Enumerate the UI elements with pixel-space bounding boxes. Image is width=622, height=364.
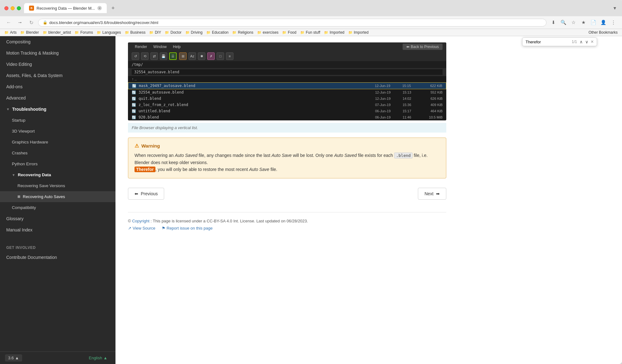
sidebar-item-compositing[interactable]: Compositing [0, 36, 115, 47]
find-count: 1/1 [572, 40, 577, 44]
fb-back-to-previous-button[interactable]: ⬅ Back to Previous [403, 44, 443, 50]
fb-file-row-4[interactable]: 🔄 untitled.blend 06-Jun-19 15:17 464 KiB [128, 108, 446, 114]
find-next-button[interactable]: ∨ [585, 39, 588, 44]
collapse-toggle-recovering-data[interactable]: ▼ [12, 173, 15, 177]
fb-file-row-highlighted[interactable]: 🔄 mask_29497_autosave.blend 12-Jun-19 15… [128, 82, 446, 89]
view-source-icon: ↗ [128, 226, 131, 231]
address-bar[interactable]: 🔒 docs.blender.org/manual/en/3.6/trouble… [38, 19, 546, 27]
fb-menu-render[interactable]: Render [132, 44, 150, 50]
fb-tool-filter-1[interactable]: Az [189, 52, 196, 60]
fb-tool-filter-5[interactable]: ≡ [226, 52, 233, 60]
sidebar-item-troubleshooting[interactable]: ▼ Troubleshooting [0, 104, 115, 115]
next-button[interactable]: Next ➡ [418, 188, 446, 200]
bookmark-languages[interactable]: 📁Languages [97, 30, 121, 35]
fb-tool-grid-view[interactable]: ⊞ [179, 52, 187, 60]
bookmark-star-icon[interactable]: ★ [579, 18, 588, 27]
download-icon[interactable]: ⬇ [549, 18, 558, 27]
sidebar-item-compatibility[interactable]: Compatibility [0, 202, 115, 213]
fb-size-0: 622 KiB [420, 84, 442, 88]
auto-saved-italic-1: Auto Saved [175, 153, 197, 158]
find-close-button[interactable]: × [591, 39, 594, 45]
version-selector[interactable]: 3.6 ▲ [5, 354, 22, 362]
fb-file-row-3[interactable]: 🔄 z_loc_from_z_rot.blend 07-Jun-19 15:36… [128, 102, 446, 108]
bookmark-imported[interactable]: 📁Imported [324, 30, 344, 35]
sidebar-item-recovering-data[interactable]: ▼ Recovering Data [0, 169, 115, 180]
fb-filename-4: untitled.blend [139, 109, 373, 113]
bookmark-fun-stuff[interactable]: 📁Fun stuff [300, 30, 320, 35]
bookmark-blender[interactable]: 📁Blender [20, 30, 39, 35]
sidebar-item-video-editing[interactable]: Video Editing [0, 59, 115, 70]
fb-tool-filter-4[interactable]: □ [217, 52, 224, 60]
fb-tool-filter-2[interactable]: ✱ [198, 52, 205, 60]
fb-menu-help[interactable]: Help [170, 44, 184, 50]
reading-view-icon[interactable]: 📄 [589, 18, 598, 27]
window-controls[interactable]: ▼ [613, 6, 618, 11]
warning-text: When recovering an Auto Saved file, any … [135, 152, 440, 173]
bookmark-diy[interactable]: 📁DIY [149, 30, 161, 35]
sidebar-item-manual-index[interactable]: Manual Index [0, 224, 115, 235]
forward-button[interactable]: → [16, 18, 24, 27]
collapse-toggle-troubleshooting[interactable]: ▼ [6, 107, 10, 111]
bookmark-forums[interactable]: 📁Forums [75, 30, 93, 35]
copyright-link[interactable]: Copyright [132, 219, 149, 223]
fb-tool-rotate[interactable]: ↺ [132, 52, 139, 60]
sidebar-item-motion-tracking[interactable]: Motion Tracking & Masking [0, 47, 115, 59]
report-issue-link[interactable]: ⚑ Report issue on this page [162, 226, 213, 231]
view-source-link[interactable]: ↗ View Source [128, 226, 155, 231]
bookmark-imported-2[interactable]: 📁Imported [348, 30, 369, 35]
sidebar-item-startup[interactable]: Startup [0, 115, 115, 126]
sidebar-item-assets-files[interactable]: Assets, Files, & Data System [0, 70, 115, 81]
fb-parent-dir[interactable]: ↑ .. [128, 76, 446, 82]
sidebar-item-recovering-save-versions[interactable]: Recovering Save Versions [0, 180, 115, 191]
fb-filename-input[interactable] [132, 69, 443, 75]
fb-date-0: 12-Jun-19 [375, 84, 400, 88]
sidebar-item-glossary[interactable]: Glossary [0, 213, 115, 224]
profile-icon[interactable]: 👤 [599, 18, 608, 27]
search-icon[interactable]: 🔍 [559, 18, 568, 27]
back-button[interactable]: ← [4, 18, 13, 27]
sidebar-item-addons[interactable]: Add-ons [0, 81, 115, 92]
menu-icon[interactable]: ⋮ [609, 18, 618, 27]
sidebar-item-3d-viewport[interactable]: 3D Viewport [0, 126, 115, 137]
blend-file-icon-2: 🔄 [132, 97, 136, 101]
new-tab-button[interactable]: + [109, 4, 117, 12]
active-tab[interactable]: B Recovering Data — Blender M... × [24, 3, 107, 13]
fb-file-row-2[interactable]: 🔄 quit.blend 12-Jun-19 14:02 626 KiB [128, 95, 446, 102]
bookmark-arts[interactable]: 📁Arts [4, 30, 17, 35]
sidebar-item-python-errors[interactable]: Python Errors [0, 158, 115, 169]
bookmark-religions[interactable]: 📁Religions [232, 30, 253, 35]
maximize-window-button[interactable] [17, 6, 21, 10]
sidebar-item-advanced[interactable]: Advanced [0, 92, 115, 104]
fb-file-row-1[interactable]: 🔄 32554_autosave.blend 12-Jun-19 15:13 5… [128, 89, 446, 95]
language-selector[interactable]: English ▲ [86, 354, 110, 362]
previous-button[interactable]: ⬅ Previous [128, 188, 164, 200]
tab-close-button[interactable]: × [97, 6, 102, 10]
find-input[interactable] [526, 40, 569, 44]
sidebar-item-recovering-auto-saves[interactable]: ⊞ Recovering Auto Saves [0, 191, 115, 202]
bookmark-blender-artist[interactable]: 📁blender_artist [43, 30, 71, 35]
bookmark-other[interactable]: Other Bookmarks [589, 30, 618, 35]
sidebar-item-contribute[interactable]: Contribute Documentation [0, 252, 115, 263]
bookmark-education[interactable]: 📁Education [206, 30, 228, 35]
bookmark-icon[interactable]: ☆ [569, 18, 578, 27]
fb-menu-window[interactable]: Window [150, 44, 170, 50]
fb-tool-list-view[interactable]: ☰ [169, 52, 177, 60]
minimize-window-button[interactable] [11, 6, 15, 10]
bookmark-exercises[interactable]: 📁exercises [257, 30, 279, 35]
fb-file-row-5[interactable]: 🔄 920.blend 06-Jun-19 11:46 10.5 MiB [128, 114, 446, 120]
close-window-button[interactable] [4, 6, 8, 10]
find-prev-button[interactable]: ∧ [580, 39, 583, 44]
reload-button[interactable]: ↻ [27, 18, 36, 27]
sidebar-item-crashes[interactable]: Crashes [0, 148, 115, 158]
bookmark-doctor[interactable]: 📁Doctor [165, 30, 181, 35]
bookmark-food[interactable]: 📁Food [282, 30, 296, 35]
fb-tool-sync[interactable]: ⇄ [150, 52, 158, 60]
fb-filename-bar [128, 68, 446, 76]
sidebar-item-graphics-hardware[interactable]: Graphics Hardware [0, 137, 115, 148]
fb-tool-save[interactable]: 💾 [160, 52, 167, 60]
bookmark-business[interactable]: 📁Business [125, 30, 146, 35]
nav-buttons: ⬅ Previous Next ➡ [128, 188, 446, 200]
fb-tool-flip[interactable]: ⟲ [141, 52, 149, 60]
fb-tool-filter-3[interactable]: ✗ [207, 52, 215, 60]
bookmark-driving[interactable]: 📁Driving [185, 30, 203, 35]
